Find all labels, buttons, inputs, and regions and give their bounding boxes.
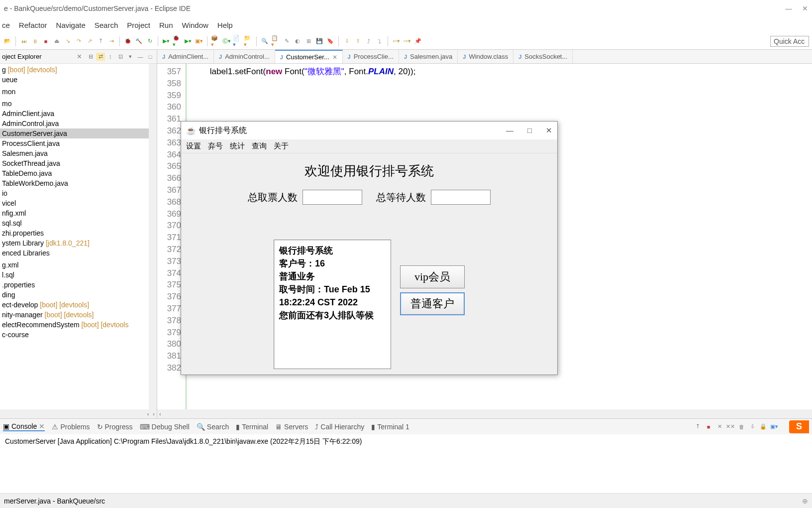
tree-item[interactable]: .properties [0,280,157,290]
tree-item[interactable]: sql.sql [0,218,157,228]
view-menu-icon[interactable]: ▾ [126,53,135,61]
run-last-icon[interactable]: ↻ [145,37,154,46]
save-icon[interactable]: 💾 [315,37,324,46]
filter-icon[interactable]: ⫶ [106,53,115,61]
scroll-left-icon[interactable]: ‹ [159,411,161,417]
console-output[interactable]: CustomerServer [Java Application] C:\Pro… [0,434,812,456]
editor-tab[interactable]: JSalesmen.java [399,50,458,63]
tree-item[interactable]: mon [0,87,157,97]
disconnect-icon[interactable]: ⏏ [52,37,61,46]
drop-frame-icon[interactable]: ⤒ [96,37,105,46]
minimize-view-icon[interactable]: — [136,53,145,61]
new-folder-icon[interactable]: 📁▾ [244,37,253,46]
menu-window[interactable]: Window [182,21,208,29]
tree-item[interactable]: l.sql [0,270,157,280]
dialog-menu-query[interactable]: 查询 [252,141,267,151]
stop-icon[interactable]: ■ [41,37,50,46]
hier-icon[interactable]: ⊡ [116,53,125,61]
tab-servers[interactable]: 🖥 Servers [275,423,308,431]
forward-icon[interactable]: ⇨▾ [403,37,411,46]
coverage-icon[interactable]: ▶▾ [184,37,193,46]
explorer-tree[interactable]: g [boot] [devtools]ueuemonmoAdminClient.… [0,64,157,409]
nav1-icon[interactable]: ⇩ [342,37,351,46]
bookmark-icon[interactable]: 🔖 [326,37,335,46]
scroll-right-icon[interactable]: › [153,411,155,417]
dialog-titlebar[interactable]: ☕ 银行排号系统 — □ ✕ [181,122,557,139]
link-editor-icon[interactable]: ⇄ [96,53,105,61]
tab-console[interactable]: ▣ Console ✕ [3,422,45,431]
tree-item[interactable]: nfig.xml [0,208,157,218]
tab-call-hierarchy[interactable]: ⤴ Call Hierarchy [315,423,364,431]
console-clear-icon[interactable]: 🗑 [737,423,745,431]
menu-search[interactable]: Search [95,21,118,29]
new-class-icon[interactable]: Ⓒ▾ [222,37,231,46]
console-terminate-icon[interactable]: ■ [705,423,712,431]
tree-item[interactable]: AdminClient.java [0,109,157,119]
console-display-icon[interactable]: ▣▾ [770,423,778,431]
dialog-close-icon[interactable]: ✕ [546,126,552,135]
run-icon[interactable]: ▶▾ [162,37,171,46]
dialog-menu-about[interactable]: 关于 [274,141,289,151]
debug-run-icon[interactable]: 🐞▾ [173,37,182,46]
sogou-ime-icon[interactable]: S [789,420,809,433]
scroll-left-icon[interactable]: ‹ [147,411,149,417]
tree-item[interactable]: vicel [0,198,157,208]
tree-item[interactable]: io [0,188,157,198]
input-total-waiting[interactable] [431,190,491,205]
tree-item[interactable]: AdminControl.java [0,119,157,128]
vip-button[interactable]: vip会员 [400,265,465,288]
pin-icon[interactable]: 📌 [413,37,422,46]
dialog-maximize-icon[interactable]: □ [527,126,532,135]
nav3-icon[interactable]: ⤴ [364,37,373,46]
menu-source[interactable]: ce [2,21,10,29]
explorer-scrollbar[interactable] [149,64,157,409]
input-total-tickets[interactable] [303,190,362,205]
tab-terminal[interactable]: ▮ Terminal [236,423,268,431]
tree-item[interactable]: ystem Library [jdk1.8.0_221] [0,238,157,248]
maximize-view-icon[interactable]: □ [146,53,155,61]
tree-item[interactable]: CustomerServer.java [0,128,157,138]
collapse-all-icon[interactable]: ⊟ [86,53,95,61]
tab-debug-shell[interactable]: ⌨ Debug Shell [140,423,190,431]
console-lock-icon[interactable]: 🔒 [759,423,767,431]
back-icon[interactable]: ⇦▾ [392,37,401,46]
editor-tab[interactable]: JSocksSocket... [513,50,573,63]
pause-icon[interactable]: ⏸ [30,37,39,46]
tab-search[interactable]: 🔍 Search [197,423,229,431]
console-scroll-icon[interactable]: ⇩ [748,423,756,431]
tree-item[interactable]: SocketThread.java [0,158,157,168]
tree-item[interactable]: TableDemo.java [0,168,157,178]
tab-progress[interactable]: ↻ Progress [97,423,133,431]
tree-item[interactable]: g [boot] [devtools] [0,65,157,75]
menu-help[interactable]: Help [217,21,233,29]
skip-icon[interactable]: ⏭ [19,37,28,46]
tree-item[interactable]: g.xml [0,260,157,270]
editor-tab[interactable]: JAdminClient... [157,50,214,63]
build-icon[interactable]: 🔨 [134,37,143,46]
debug-icon[interactable]: 🐞 [123,37,132,46]
open-icon[interactable]: 📂 [3,37,12,46]
nav2-icon[interactable]: ⇧ [353,37,362,46]
search-icon[interactable]: 🔍 [260,37,269,46]
dialog-menu-abandon[interactable]: 弃号 [208,141,223,151]
tree-item[interactable]: ueue [0,75,157,85]
editor-tab[interactable]: JCustomerSer...✕ [275,50,343,63]
minimize-icon[interactable]: — [785,4,792,12]
tree-item[interactable]: electRecommendSystem [boot] [devtools [0,320,157,330]
tree-item[interactable]: ect-develop [boot] [devtools] [0,300,157,310]
edit-icon[interactable]: ✎ [282,37,291,46]
new-package-icon[interactable]: 📦▾ [211,37,220,46]
close-icon[interactable]: ✕ [802,4,808,12]
tree-item[interactable]: ProcessClient.java [0,138,157,148]
quick-access-input[interactable]: Quick Acc [770,36,809,47]
dialog-minimize-icon[interactable]: — [506,126,513,135]
undo-icon[interactable]: ◐ [293,37,302,46]
step-filter-icon[interactable]: ⇥ [107,37,116,46]
normal-customer-button[interactable]: 普通客户 [400,292,465,315]
step-into-icon[interactable]: ↘ [63,37,72,46]
toggle-icon[interactable]: ⊞ [304,37,313,46]
explorer-close-icon[interactable]: ✕ [77,53,82,60]
nav4-icon[interactable]: ⤵ [375,37,384,46]
menu-project[interactable]: Project [127,21,150,29]
editor-tab[interactable]: JAdminControl... [214,50,275,63]
